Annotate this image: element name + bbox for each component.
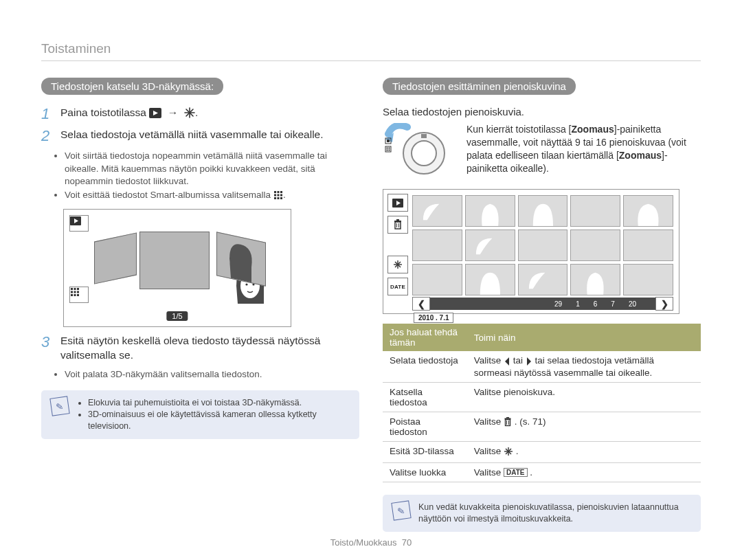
table-how: Valitse DATE .: [467, 463, 701, 482]
thumb-btn-snowflake[interactable]: [387, 256, 408, 273]
svg-rect-24: [74, 294, 76, 296]
page-section-title: Toistaminen: [41, 41, 701, 61]
note-box-left: ✎ Elokuvia tai puhemuistioita ei voi toi…: [41, 390, 359, 439]
thumbnail-screen: DATE: [383, 189, 679, 314]
table-action: Katsella tiedostoa: [383, 383, 467, 412]
thumbnail[interactable]: [518, 229, 568, 261]
date-badge: 2010 . 7.1: [414, 313, 453, 323]
counter-badge: 1/5: [166, 311, 188, 321]
step-2-bullet-1: Voit siirtää tiedostoja nopeammin vetämä…: [65, 150, 359, 188]
svg-rect-36: [389, 148, 390, 149]
svg-rect-57: [506, 417, 509, 418]
svg-rect-20: [71, 291, 73, 293]
svg-rect-34: [385, 146, 391, 152]
svg-rect-22: [77, 291, 79, 293]
play-icon: [149, 108, 161, 122]
svg-rect-17: [71, 288, 73, 290]
svg-rect-46: [396, 219, 399, 221]
table-header-action: Jos haluat tehdä tämän: [383, 324, 467, 351]
thumb-btn-date[interactable]: DATE: [387, 278, 408, 295]
screen-play-button[interactable]: [69, 215, 89, 232]
svg-rect-37: [387, 150, 388, 151]
snowflake-icon: [504, 447, 513, 458]
section-heading-3d-view: Tiedostojen katselu 3D-näkymässä:: [41, 78, 223, 95]
thumbnail-grid: [412, 195, 673, 295]
table-row: Esitä 3D-tilassa Valitse .: [383, 442, 701, 463]
right-intro: Selaa tiedostojen pienoiskuvia.: [383, 106, 701, 117]
thumbnail[interactable]: [623, 195, 673, 227]
svg-rect-11: [280, 194, 282, 197]
illustration-3d-view: 1/5: [63, 209, 291, 327]
screen-grid-button[interactable]: [69, 287, 89, 303]
svg-rect-38: [389, 150, 390, 151]
thumbnail[interactable]: [412, 195, 462, 227]
table-action: Poistaa tiedoston: [383, 412, 467, 442]
svg-rect-10: [277, 194, 279, 197]
table-how: Valitse .: [467, 442, 701, 463]
table-row: Katsella tiedostoa Valitse pienoiskuva.: [383, 383, 701, 412]
table-row: Selata tiedostoja Valitse tai tai selaa …: [383, 351, 701, 383]
date-scrollbar[interactable]: 29 1 6 7 20: [430, 298, 655, 310]
thumbnail[interactable]: [518, 264, 568, 295]
trash-icon: [504, 417, 512, 429]
svg-rect-6: [274, 191, 276, 193]
thumbnail[interactable]: [465, 195, 515, 227]
day-label: 29: [554, 300, 562, 308]
table-how: Valitse . (s. 71): [467, 412, 701, 442]
svg-rect-25: [77, 294, 79, 296]
svg-rect-14: [280, 197, 282, 199]
day-label: 6: [594, 300, 598, 308]
table-how: Valitse tai tai selaa tiedostoja vetämäl…: [467, 351, 701, 383]
svg-marker-53: [505, 357, 509, 366]
thumbnail[interactable]: [570, 195, 620, 227]
note-left-2: 3D-ominaisuus ei ole käytettävissä kamer…: [88, 409, 350, 432]
thumbnail[interactable]: [518, 195, 568, 227]
svg-rect-41: [421, 134, 427, 138]
svg-rect-9: [274, 194, 276, 197]
note-left-1: Elokuvia tai puhemuistioita ei voi toist…: [88, 397, 350, 409]
svg-rect-19: [77, 288, 79, 290]
thumbnail[interactable]: [412, 229, 462, 261]
step-number-2: 2: [41, 128, 54, 144]
svg-rect-55: [506, 420, 510, 426]
note-icon: ✎: [49, 396, 69, 416]
thumbnail[interactable]: [623, 264, 673, 295]
grid-icon: [273, 190, 283, 203]
step-number-3: 3: [41, 334, 54, 363]
svg-rect-44: [395, 222, 401, 229]
thumb-btn-play[interactable]: [387, 194, 408, 212]
day-label: 7: [611, 300, 615, 308]
step-2-text: Selaa tiedostoja vetämällä niitä vasemma…: [60, 128, 324, 144]
svg-point-28: [245, 284, 247, 286]
note-box-right: ✎ Kun vedät kuvakkeita pienoiskuvatilass…: [383, 495, 701, 532]
nav-next-button[interactable]: ❯: [655, 297, 673, 311]
table-action: Selata tiedostoja: [383, 351, 467, 383]
nav-prev-button[interactable]: ❮: [412, 297, 430, 311]
step-1-text: Paina toistotilassa → .: [60, 106, 198, 122]
svg-rect-18: [74, 288, 76, 290]
note-icon: ✎: [391, 500, 411, 520]
svg-rect-56: [505, 418, 511, 420]
thumbnail[interactable]: [623, 229, 673, 261]
svg-rect-33: [387, 139, 390, 142]
svg-rect-8: [280, 191, 282, 193]
table-action: Valitse luokka: [383, 463, 467, 482]
thumbnail[interactable]: [465, 229, 515, 261]
table-row: Poistaa tiedoston Valitse . (s. 71): [383, 412, 701, 442]
photo-center: [139, 232, 210, 289]
thumbnail[interactable]: [465, 264, 515, 295]
thumbnail[interactable]: [570, 229, 620, 261]
table-header-how: Toimi näin: [467, 324, 701, 351]
svg-rect-12: [274, 197, 276, 199]
table-how: Valitse pienoiskuva.: [467, 383, 701, 412]
svg-rect-7: [277, 191, 279, 193]
snowflake-icon: [184, 107, 195, 122]
thumb-btn-trash[interactable]: [387, 216, 408, 234]
step-3-text: Esitä näytön keskellä oleva tiedosto täy…: [60, 334, 359, 363]
photo-left: [94, 233, 137, 284]
day-label: 1: [576, 300, 580, 308]
svg-rect-45: [394, 221, 401, 222]
chevron-right-icon: [526, 357, 532, 368]
thumbnail[interactable]: [570, 264, 620, 295]
thumbnail[interactable]: [412, 264, 462, 295]
